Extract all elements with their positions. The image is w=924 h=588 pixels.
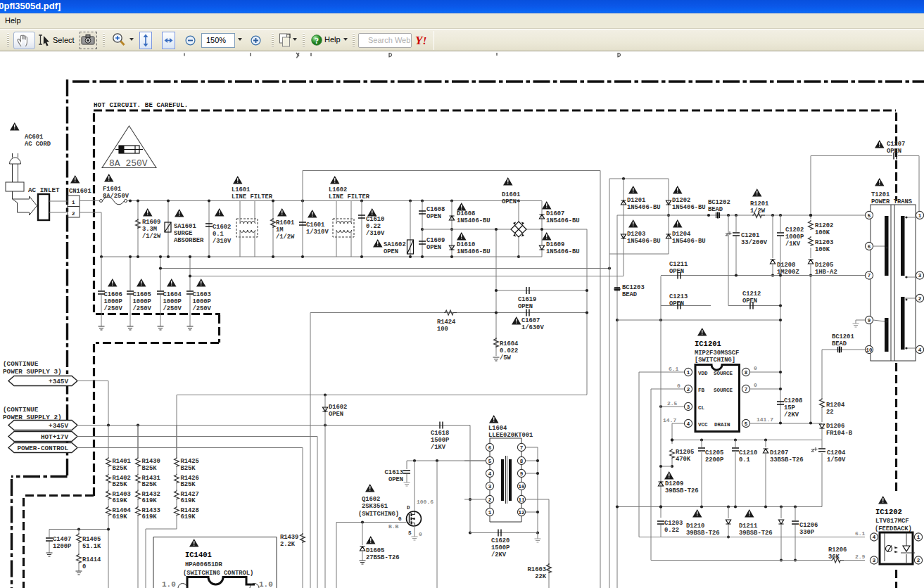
svg-text:6.1: 6.1	[855, 530, 866, 537]
svg-text:D1208: D1208	[777, 262, 795, 269]
svg-text:(SWITCHING CONTROL): (SWITCHING CONTROL)	[183, 570, 253, 577]
svg-text:22: 22	[826, 409, 834, 416]
svg-text:/1/2W: /1/2W	[276, 234, 295, 241]
svg-text:0: 0	[754, 382, 757, 388]
svg-text:FB: FB	[698, 388, 705, 393]
svg-text:C1208: C1208	[784, 397, 802, 404]
svg-text:OPEN: OPEN	[669, 268, 684, 275]
svg-text:BEAD: BEAD	[622, 291, 637, 298]
svg-text:2: 2	[917, 558, 920, 563]
svg-text:ABSORBER: ABSORBER	[174, 237, 204, 244]
svg-text:3: 3	[873, 558, 876, 563]
svg-text:4: 4	[873, 535, 876, 540]
svg-text:1: 1	[917, 535, 920, 540]
svg-text:/250V: /250V	[163, 305, 182, 312]
svg-text:1HB-A2: 1HB-A2	[815, 269, 837, 276]
svg-text:B25K: B25K	[142, 465, 158, 472]
svg-text:HPA00651DR: HPA00651DR	[185, 561, 223, 568]
svg-text:AC INLET: AC INLET	[28, 186, 60, 194]
svg-text:619K: 619K	[181, 513, 196, 520]
svg-text:D1602: D1602	[329, 404, 347, 411]
svg-text:D1204: D1204	[672, 231, 691, 238]
svg-text:R1402: R1402	[113, 475, 131, 482]
svg-text:D1206: D1206	[826, 423, 844, 430]
svg-text:BC1203: BC1203	[622, 284, 645, 291]
svg-text:POWER TRANS: POWER TRANS	[871, 198, 912, 205]
svg-text:R1204: R1204	[826, 402, 845, 409]
svg-text:Q1602: Q1602	[362, 496, 380, 503]
svg-text:0: 0	[677, 383, 681, 389]
svg-text:R1201: R1201	[750, 200, 768, 207]
svg-text:OPEN: OPEN	[669, 300, 684, 307]
svg-text:OPEN: OPEN	[384, 248, 398, 255]
svg-text:BEAD: BEAD	[708, 206, 723, 213]
svg-text:0: 0	[419, 531, 422, 537]
svg-text:0: 0	[754, 365, 757, 371]
svg-text:(SWITCHING): (SWITCHING)	[358, 511, 399, 518]
svg-text:C1210: C1210	[739, 449, 757, 456]
svg-text:1N5406-BU: 1N5406-BU	[627, 204, 661, 211]
svg-text:R1432: R1432	[142, 491, 160, 498]
svg-text:/310V: /310V	[366, 230, 385, 237]
svg-text:33/200V: 33/200V	[741, 239, 768, 246]
svg-text:/5W: /5W	[500, 354, 512, 362]
svg-text:/310V: /310V	[213, 238, 232, 245]
svg-text:1000P: 1000P	[163, 298, 182, 305]
svg-text:C1204: C1204	[827, 449, 846, 456]
svg-text:1: 1	[488, 510, 492, 516]
svg-text:OPEN: OPEN	[388, 476, 403, 483]
svg-text:22K: 22K	[535, 573, 547, 580]
svg-text:D1210: D1210	[686, 523, 704, 530]
svg-text:+345V: +345V	[49, 378, 68, 385]
svg-text:B25K: B25K	[142, 481, 158, 488]
svg-text:51.1K: 51.1K	[82, 543, 101, 550]
svg-text:8: 8	[745, 370, 748, 376]
svg-text:7: 7	[745, 387, 748, 392]
svg-text:D1202: D1202	[672, 197, 690, 204]
svg-text:R1425: R1425	[181, 458, 199, 465]
svg-text:R1203: R1203	[815, 239, 833, 246]
svg-text:C1211: C1211	[669, 261, 688, 268]
svg-text:B25K: B25K	[113, 465, 128, 472]
svg-text:+345V: +345V	[49, 422, 68, 430]
svg-text:R1601: R1601	[276, 219, 294, 226]
svg-text:470K: 470K	[676, 456, 691, 463]
svg-text:1N5406-BU: 1N5406-BU	[457, 248, 491, 255]
svg-text:R1427: R1427	[181, 491, 199, 498]
svg-text:1200P: 1200P	[53, 543, 71, 550]
svg-text:C1605: C1605	[133, 291, 151, 298]
svg-text:15P: 15P	[784, 404, 795, 411]
svg-text:C1212: C1212	[742, 290, 761, 298]
svg-text:619K: 619K	[113, 497, 128, 504]
svg-text:R1439: R1439	[280, 534, 298, 541]
svg-text:1N5406-BU: 1N5406-BU	[672, 204, 706, 211]
svg-text:10: 10	[518, 484, 525, 490]
svg-text:FR104-B: FR104-B	[826, 430, 853, 437]
svg-text:D1608: D1608	[457, 210, 475, 217]
svg-text:D: D	[407, 505, 410, 511]
svg-text:100: 100	[437, 326, 448, 333]
svg-text:100K: 100K	[815, 229, 830, 236]
svg-text:CL: CL	[698, 405, 705, 411]
svg-text:POWER SUPPLY 3): POWER SUPPLY 3)	[3, 368, 62, 376]
svg-text:1/50V: 1/50V	[827, 456, 846, 464]
svg-text:L1602: L1602	[329, 186, 347, 193]
svg-text:619K: 619K	[113, 513, 128, 520]
svg-text:1.0: 1.0	[162, 580, 176, 588]
svg-text:D1205: D1205	[815, 262, 833, 269]
svg-text:100.6: 100.6	[417, 499, 433, 505]
svg-text:8A 250V: 8A 250V	[109, 158, 148, 169]
svg-text:LTV817MCF: LTV817MCF	[875, 518, 909, 525]
svg-text:2.2K: 2.2K	[280, 541, 296, 548]
svg-text:R1604: R1604	[500, 340, 519, 347]
svg-text:0: 0	[82, 563, 86, 570]
svg-text:VCC: VCC	[698, 422, 708, 428]
svg-text:R1403: R1403	[113, 491, 131, 498]
svg-text:39BSB-T26: 39BSB-T26	[665, 487, 699, 494]
svg-text:1000P: 1000P	[785, 234, 804, 241]
svg-text:3: 3	[488, 484, 492, 490]
svg-text:F1601: F1601	[103, 186, 121, 193]
svg-text:141.7: 141.7	[757, 416, 773, 423]
svg-text:1500P: 1500P	[491, 544, 510, 551]
svg-text:R1401: R1401	[113, 458, 131, 465]
